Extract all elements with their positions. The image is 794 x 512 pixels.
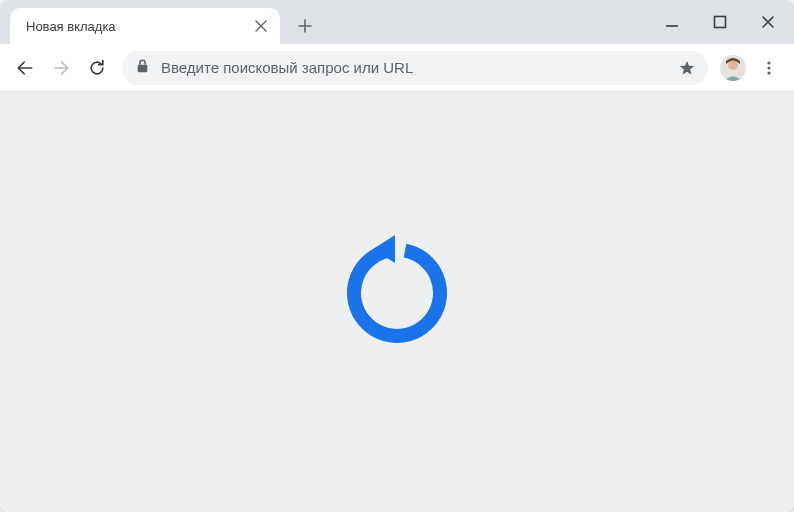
svg-rect-0 — [715, 17, 726, 28]
svg-point-6 — [767, 66, 770, 69]
maximize-button[interactable] — [700, 2, 740, 42]
minimize-button[interactable] — [652, 2, 692, 42]
svg-rect-1 — [138, 64, 148, 71]
close-icon — [255, 20, 267, 32]
new-tab-button[interactable] — [290, 11, 320, 41]
address-bar[interactable] — [122, 51, 708, 85]
profile-avatar[interactable] — [720, 55, 746, 81]
main-menu-button[interactable] — [752, 51, 786, 85]
forward-arrow-icon — [51, 58, 71, 78]
svg-point-7 — [767, 71, 770, 74]
back-arrow-icon — [15, 58, 35, 78]
back-button[interactable] — [8, 51, 42, 85]
close-window-button[interactable] — [748, 2, 788, 42]
tab-title: Новая вкладка — [26, 19, 252, 34]
svg-point-4 — [728, 60, 738, 70]
reload-icon — [87, 58, 107, 78]
page-content — [0, 92, 794, 512]
star-icon — [678, 59, 696, 77]
plus-icon — [298, 19, 312, 33]
maximize-icon — [713, 15, 727, 29]
browser-window: Новая вкладка — [0, 0, 794, 512]
close-icon — [761, 15, 775, 29]
lock-icon — [136, 59, 149, 77]
kebab-menu-icon — [761, 60, 777, 76]
avatar-icon — [720, 55, 746, 81]
tab-active[interactable]: Новая вкладка — [10, 8, 280, 44]
reload-graphic — [337, 233, 457, 353]
window-controls — [652, 0, 788, 44]
reload-button[interactable] — [80, 51, 114, 85]
toolbar — [0, 44, 794, 92]
forward-button[interactable] — [44, 51, 78, 85]
minimize-icon — [664, 14, 680, 30]
close-tab-button[interactable] — [252, 17, 270, 35]
address-input[interactable] — [161, 59, 664, 76]
svg-point-5 — [767, 61, 770, 64]
reload-circular-arrow-icon — [337, 233, 457, 353]
bookmark-button[interactable] — [676, 57, 698, 79]
tab-strip: Новая вкладка — [0, 0, 794, 44]
